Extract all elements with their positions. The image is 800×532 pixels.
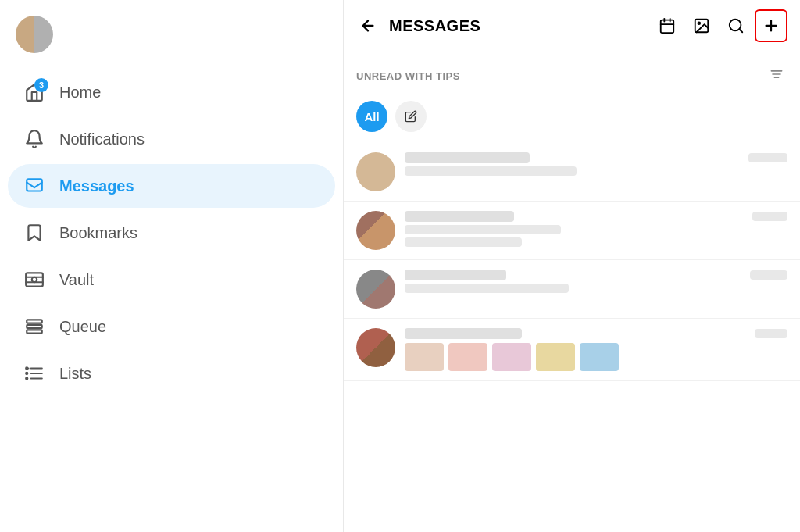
message-preview [405, 166, 577, 176]
avatar[interactable] [16, 16, 53, 53]
lists-icon [23, 362, 45, 384]
message-item[interactable] [344, 202, 800, 260]
message-body [405, 328, 788, 371]
home-badge: 3 [34, 78, 48, 92]
messages-label: Messages [59, 177, 134, 195]
message-body [405, 211, 788, 247]
bookmarks-label: Bookmarks [59, 224, 138, 242]
main-panel: MESSAGES [344, 0, 800, 532]
filter-all[interactable]: All [356, 101, 388, 132]
media-button[interactable] [686, 10, 717, 41]
message-name [405, 270, 506, 280]
svg-rect-5 [27, 330, 42, 333]
section-title: UNREAD WITH TIPS [356, 70, 460, 82]
sidebar-item-lists[interactable]: Lists [8, 352, 335, 395]
message-avatar [356, 211, 395, 250]
message-item[interactable] [344, 260, 800, 319]
messages-content: UNREAD WITH TIPS All [344, 52, 800, 532]
message-name [405, 211, 514, 222]
message-preview [405, 225, 561, 234]
svg-rect-3 [27, 320, 42, 323]
svg-rect-13 [661, 20, 674, 33]
lists-label: Lists [59, 365, 91, 383]
message-time [755, 329, 788, 338]
svg-rect-4 [27, 325, 42, 328]
sidebar-item-home[interactable]: 3 Home [8, 70, 335, 114]
message-time [752, 212, 788, 221]
message-item[interactable] [344, 143, 800, 202]
section-header: UNREAD WITH TIPS [344, 52, 800, 96]
svg-rect-1 [26, 273, 43, 286]
sidebar-item-vault[interactable]: Vault [8, 258, 335, 302]
svg-point-11 [26, 377, 27, 379]
message-avatar [356, 152, 395, 191]
filter-tabs: All [344, 96, 800, 143]
svg-point-10 [26, 373, 27, 374]
message-body [405, 270, 788, 293]
new-message-button[interactable] [755, 9, 788, 42]
message-preview-2 [405, 237, 522, 247]
home-label: Home [59, 84, 101, 102]
message-item[interactable] [344, 319, 800, 381]
queue-icon [23, 316, 45, 337]
calendar-button[interactable] [652, 10, 683, 41]
filter-edit[interactable] [395, 101, 427, 132]
sidebar: 3 Home Notifications Messages Bo [0, 0, 344, 532]
back-button[interactable] [356, 14, 380, 37]
message-name [405, 328, 522, 339]
vault-icon [23, 269, 45, 291]
message-time [748, 153, 788, 162]
sidebar-item-notifications[interactable]: Notifications [8, 117, 335, 161]
message-time [750, 270, 788, 280]
bookmark-icon [23, 222, 45, 244]
svg-point-18 [698, 22, 700, 24]
message-preview [405, 284, 569, 293]
message-avatar [356, 270, 395, 309]
home-icon: 3 [23, 81, 45, 103]
svg-point-9 [26, 367, 27, 369]
message-icon [23, 175, 45, 197]
sidebar-item-messages[interactable]: Messages [8, 164, 335, 208]
header-actions [652, 9, 788, 42]
page-title: MESSAGES [389, 17, 642, 35]
sidebar-item-queue[interactable]: Queue [8, 305, 335, 348]
vault-label: Vault [59, 271, 94, 289]
message-avatar [356, 328, 395, 367]
svg-line-20 [739, 29, 742, 32]
filter-button[interactable] [766, 63, 788, 88]
search-button[interactable] [720, 10, 752, 41]
bell-icon [23, 128, 45, 150]
sidebar-item-bookmarks[interactable]: Bookmarks [8, 211, 335, 255]
message-body [405, 152, 788, 176]
message-name [405, 152, 530, 163]
queue-label: Queue [59, 318, 106, 336]
header: MESSAGES [344, 0, 800, 52]
notifications-label: Notifications [59, 130, 145, 148]
